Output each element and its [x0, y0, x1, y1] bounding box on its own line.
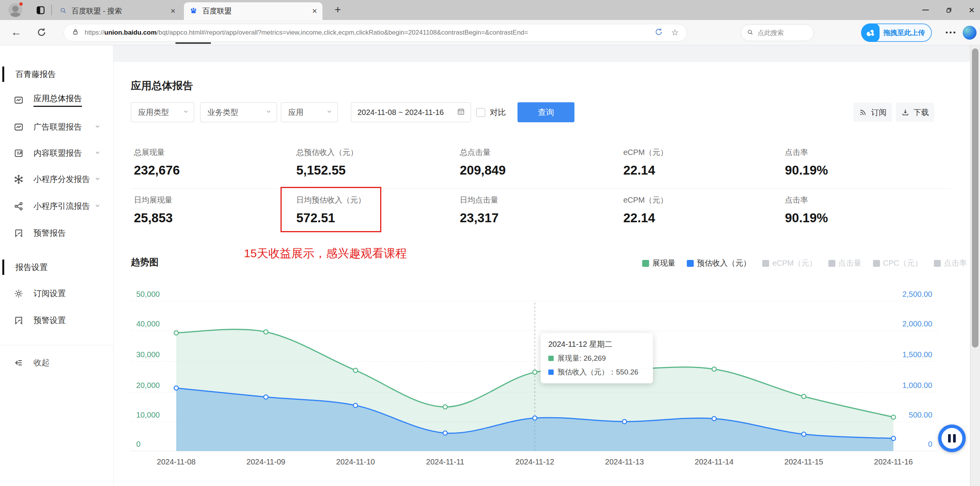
stat-value: 22.14 [623, 163, 668, 178]
sidebar-item-miniapp-referral-report[interactable]: 小程序引流报告 [0, 197, 114, 215]
stat-label: 总预估收入（元） [296, 147, 358, 158]
stat-label: 总点击量 [460, 147, 506, 158]
reload-icon[interactable] [36, 27, 47, 39]
browser-tab-search[interactable]: 百度联盟 - 搜索 × [54, 2, 181, 20]
y-right-tick: 2,000.00 [902, 320, 932, 328]
chart-point[interactable] [892, 415, 896, 419]
window-restore-button[interactable] [945, 6, 953, 14]
date-range-picker[interactable]: 2024-11-08 ~ 2024-11-16 [351, 102, 471, 122]
y-left-tick: 0 [136, 440, 140, 448]
chart-point[interactable] [264, 395, 268, 399]
x-axis-label: 2024-11-10 [336, 458, 375, 466]
y-left-tick: 20,000 [136, 381, 160, 389]
chart-point[interactable] [354, 368, 358, 373]
tab-close-icon[interactable]: × [170, 6, 175, 16]
chart-section-title: 趋势图 [131, 256, 159, 268]
url-bar[interactable]: https://union.baidu.com/bqt/appco.html#/… [63, 24, 687, 42]
chart-point[interactable] [533, 416, 537, 420]
biz-type-select[interactable]: 业务类型 [200, 102, 277, 122]
stat-label: 点击率 [785, 195, 828, 205]
sidebar-collapse-button[interactable]: 收起 [0, 353, 114, 372]
chart-point[interactable] [174, 386, 179, 390]
trend-chart[interactable]: 50,0002,500.0040,0002,000.0030,0001,500.… [131, 285, 954, 481]
chart-point[interactable] [174, 331, 179, 335]
legend-item[interactable]: 点击量 [828, 258, 861, 268]
chart-point[interactable] [712, 367, 716, 371]
stat-label: 日均点击量 [460, 195, 499, 205]
search-tab-icon [59, 7, 67, 16]
sidebar-item-miniapp-distribution-report[interactable]: 小程序分发报告 [0, 170, 114, 188]
legend-item[interactable]: eCPM（元） [762, 258, 817, 268]
chart-point[interactable] [623, 419, 627, 424]
legend-swatch [934, 260, 941, 267]
app-select[interactable]: 应用 [281, 102, 338, 122]
stat-value: 5,152.55 [296, 163, 358, 178]
annotation-text: 15天收益展示，感兴趣观看课程 [244, 246, 407, 261]
stat-value: 25,853 [134, 211, 173, 225]
legend-item[interactable]: 展现量 [642, 258, 675, 268]
profile-notification-dot [18, 2, 23, 7]
new-tab-button[interactable]: + [332, 4, 344, 16]
chart-tooltip: 2024-11-12 星期二 展现量: 26,269预估收入（元）：550.26 [541, 333, 653, 383]
query-button[interactable]: 查询 [518, 102, 574, 122]
page-scrollbar [970, 45, 980, 486]
window-close-button[interactable]: × [969, 5, 975, 15]
chart-point[interactable] [533, 370, 537, 374]
browser-tab-baidu-union[interactable]: 百度联盟 × [184, 2, 322, 20]
chart-point[interactable] [802, 432, 806, 436]
y-right-tick: 0 [928, 440, 932, 448]
pause-icon [948, 434, 956, 443]
download-button[interactable]: 下载 [896, 103, 934, 122]
sidebar-item-subscribe-settings[interactable]: 订阅设置 [0, 284, 114, 303]
stat-total-4: 点击率90.19% [785, 147, 828, 178]
stat-total-0: 总展现量232,676 [134, 147, 180, 178]
legend-item[interactable]: CPC（元） [873, 258, 922, 268]
x-axis-label: 2024-11-13 [605, 458, 644, 466]
chart-point[interactable] [443, 431, 447, 435]
favorite-star-icon[interactable]: ☆ [671, 28, 679, 38]
y-right-tick: 1,000.00 [902, 381, 932, 389]
tab-close-icon[interactable]: × [312, 6, 317, 16]
netdisk-upload-button[interactable]: 拖拽至此上传 [861, 23, 932, 42]
chart-point[interactable] [264, 330, 268, 334]
y-right-tick: 500.00 [909, 411, 932, 419]
chart-point[interactable] [443, 405, 447, 409]
browser-toolbar: ← https://union.baidu.com/bqt/appco.html… [0, 20, 980, 45]
sidebar-item-alert-settings[interactable]: 预警设置 [0, 311, 114, 330]
sidebar-item-content-union-report[interactable]: 内容联盟报告 [0, 144, 114, 162]
copilot-icon[interactable] [963, 26, 977, 40]
stat-daily-4: 点击率90.19% [785, 195, 828, 225]
browser-menu-icon[interactable] [946, 32, 955, 33]
chart-point[interactable] [802, 394, 806, 399]
lock-icon [72, 28, 79, 37]
scrollbar-thumb[interactable] [972, 48, 978, 348]
report-icon [13, 95, 24, 105]
url-text: https://union.baidu.com/bqt/appco.html#/… [85, 29, 654, 37]
page-background-strip [114, 45, 970, 62]
legend-item[interactable]: 预估收入（元） [687, 258, 751, 268]
stat-value: 90.19% [785, 211, 828, 225]
sidebar-item-ad-union-report[interactable]: 广告联盟报告 [0, 118, 114, 136]
stat-value: 209,849 [460, 163, 506, 178]
chart-point[interactable] [354, 403, 358, 408]
contrast-checkbox[interactable] [476, 108, 485, 117]
chevron-down-icon [95, 176, 100, 183]
sidebar-item-alert-report[interactable]: 预警报告 [0, 224, 114, 242]
y-left-tick: 50,000 [136, 290, 160, 298]
chart-legend: 展现量预估收入（元）eCPM（元）点击量CPC（元）点击率 [631, 258, 967, 268]
stat-value: 22.14 [623, 211, 668, 225]
sidebar-item-overall-report[interactable]: 应用总体报告 [0, 91, 114, 109]
back-icon[interactable]: ← [11, 26, 22, 38]
floating-assistant-button[interactable] [938, 424, 966, 452]
window-minimize-button[interactable] [922, 10, 929, 10]
chart-point[interactable] [712, 416, 716, 421]
browser-tab-bar: 百度联盟 - 搜索 × 百度联盟 × + × [0, 0, 980, 20]
translate-icon[interactable] [654, 27, 663, 38]
quick-search-box[interactable]: 点此搜索 [741, 24, 814, 41]
chart-point[interactable] [892, 436, 896, 441]
app-type-select[interactable]: 应用类型 [131, 102, 194, 122]
search-icon [746, 28, 754, 37]
tab-layout-icon[interactable] [35, 5, 46, 15]
subscribe-button[interactable]: 订阅 [853, 103, 892, 122]
legend-item[interactable]: 点击率 [934, 258, 967, 268]
